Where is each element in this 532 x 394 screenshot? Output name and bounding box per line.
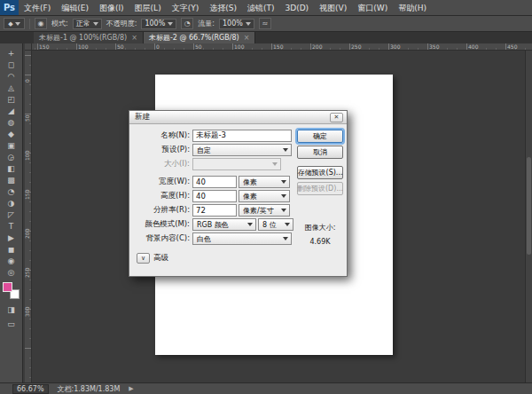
opacity-label: 不透明度: [106, 19, 137, 28]
close-icon[interactable]: × [244, 34, 250, 42]
marquee-tool-icon[interactable]: ◻ [2, 59, 21, 70]
opacity-dropdown[interactable]: 100% [141, 19, 176, 29]
ruler-number: 250 [24, 268, 30, 278]
cancel-button[interactable]: 取消 [297, 146, 343, 159]
dodge-tool-icon[interactable]: ◑ [2, 197, 21, 209]
menu-item-3d[interactable]: 3D(D) [279, 0, 314, 16]
horizontal-ruler: 150 100 50 0 50 100 150 200 250 300 350 … [32, 43, 532, 51]
type-tool-icon[interactable]: T [2, 220, 21, 232]
clone-stamp-tool-icon[interactable]: ▣ [2, 139, 21, 151]
menu-item-edit[interactable]: 编辑(E) [56, 0, 94, 16]
tool-options-bar: ◆ ◉ 模式: 正常 不透明度: 100% ◔ 流量: 100% ≈ [0, 16, 532, 32]
advanced-section: ∨ 高级 [137, 252, 298, 264]
color-mode-label: 颜色模式(M): [133, 219, 190, 230]
move-tool-icon[interactable]: + [2, 47, 21, 59]
crop-tool-icon[interactable]: ◰ [2, 93, 21, 105]
ruler-number: 250 [351, 43, 361, 50]
foreground-color-swatch[interactable] [3, 282, 12, 292]
airbrush-icon[interactable]: ≈ [259, 18, 271, 29]
pen-tool-icon[interactable]: ◸ [2, 209, 21, 220]
advanced-label: 高级 [153, 253, 168, 264]
zoom-tool-icon[interactable]: ◎ [2, 266, 21, 278]
chevron-down-icon [283, 148, 288, 152]
eyedropper-tool-icon[interactable]: ◢ [2, 105, 21, 116]
menu-item-type[interactable]: 文字(Y) [167, 0, 205, 16]
chevron-down-icon [285, 223, 290, 226]
color-swatches [2, 281, 21, 301]
menu-item-help[interactable]: 帮助(H) [393, 0, 432, 16]
width-unit-select[interactable]: 像素 [239, 176, 290, 188]
path-select-tool-icon[interactable]: ▶ [2, 232, 21, 243]
brush-tool-icon[interactable]: ◆ [2, 128, 21, 139]
width-input[interactable] [192, 176, 237, 188]
resolution-label: 分辨率(R): [133, 205, 190, 216]
hand-tool-icon[interactable]: ◉ [2, 255, 21, 266]
save-preset-button[interactable]: 存储预设(S)... [297, 166, 343, 179]
quick-select-tool-icon[interactable]: ◬ [2, 82, 21, 93]
chevron-down-icon [272, 162, 278, 166]
tab-untitled-2[interactable]: 未标题-2 @ 66.7%(RGB/8) × [144, 32, 255, 43]
preset-label: 预设(P): [133, 145, 190, 155]
ruler-number: 150 [24, 190, 30, 200]
menu-item-layer[interactable]: 图层(L) [129, 0, 167, 16]
eraser-tool-icon[interactable]: ◧ [2, 162, 21, 174]
color-mode-select[interactable]: RGB 颜色 [192, 218, 256, 231]
ruler-number: 150 [39, 43, 49, 50]
ruler-number: 100 [234, 43, 244, 50]
menu-item-select[interactable]: 选择(S) [204, 0, 242, 16]
height-input[interactable] [192, 190, 237, 202]
preset-select[interactable]: 自定 [192, 144, 292, 156]
history-brush-tool-icon[interactable]: ◶ [2, 151, 21, 162]
menu-bar: Ps 文件(F) 编辑(E) 图像(I) 图层(L) 文字(Y) 选择(S) 滤… [0, 0, 532, 16]
healing-brush-tool-icon[interactable]: ◍ [2, 116, 21, 128]
tool-preset-picker[interactable]: ◆ [4, 18, 25, 29]
zoom-level-field[interactable]: 66.67% [12, 384, 49, 394]
close-icon[interactable]: × [131, 34, 137, 42]
menu-item-image[interactable]: 图像(I) [94, 0, 129, 16]
brush-panel-toggle-icon[interactable]: ◉ [35, 18, 47, 29]
image-size-label: 图像大小: [297, 223, 343, 232]
vertical-scrollbar[interactable] [525, 51, 532, 382]
bit-depth-select[interactable]: 8 位 [258, 218, 293, 231]
flow-dropdown[interactable]: 100% [219, 19, 254, 29]
menu-item-view[interactable]: 视图(V) [314, 0, 352, 16]
opacity-value: 100% [145, 20, 165, 28]
blur-tool-icon[interactable]: ◔ [2, 185, 21, 197]
gradient-tool-icon[interactable]: ▩ [2, 174, 21, 185]
resolution-input[interactable] [192, 204, 237, 217]
status-menu-arrow-icon[interactable]: ▶ [129, 385, 133, 392]
quick-mask-icon[interactable]: ◨ [2, 303, 21, 315]
chevron-down-icon [246, 22, 251, 26]
image-size-block: 图像大小: 4.69K [297, 223, 343, 246]
menu-item-window[interactable]: 窗口(W) [352, 0, 393, 16]
document-size-info: 文档:1.83M/1.83M [58, 384, 121, 394]
screen-mode-icon[interactable]: ▭ [2, 318, 21, 329]
resolution-unit-select[interactable]: 像素/英寸 [239, 204, 290, 217]
name-row: 名称(N): [133, 130, 298, 142]
ok-button[interactable]: 确定 [297, 130, 343, 143]
mode-dropdown[interactable]: 正常 [73, 19, 102, 29]
ruler-number: 100 [24, 151, 30, 161]
pressure-opacity-icon[interactable]: ◔ [181, 18, 193, 29]
ruler-origin-corner [25, 43, 32, 51]
expand-advanced-icon[interactable]: ∨ [137, 253, 150, 264]
ruler-number: 300 [390, 43, 400, 50]
name-input[interactable] [192, 130, 292, 142]
close-icon[interactable]: ✕ [330, 113, 343, 122]
ruler-number: 350 [429, 43, 439, 50]
menu-item-file[interactable]: 文件(F) [19, 0, 56, 16]
flow-value: 100% [223, 20, 243, 28]
color-mode-value: RGB 颜色 [197, 220, 229, 230]
height-unit-select[interactable]: 像素 [239, 190, 290, 202]
scrollbar-thumb[interactable] [527, 157, 531, 255]
shape-tool-icon[interactable]: ◼ [2, 243, 21, 255]
chevron-down-icon [283, 237, 288, 240]
dialog-title-bar[interactable]: 新建 ✕ [129, 111, 347, 124]
background-select[interactable]: 白色 [192, 232, 292, 245]
lasso-tool-icon[interactable]: ◠ [2, 70, 21, 82]
menu-item-filter[interactable]: 滤镜(T) [242, 0, 280, 16]
flow-label: 流量: [198, 19, 215, 28]
delete-preset-button: 删除预设(D)... [297, 182, 343, 195]
tab-untitled-1[interactable]: 未标题-1 @ 100%(RGB/8) × [34, 32, 144, 43]
background-label: 背景内容(C): [133, 233, 190, 244]
